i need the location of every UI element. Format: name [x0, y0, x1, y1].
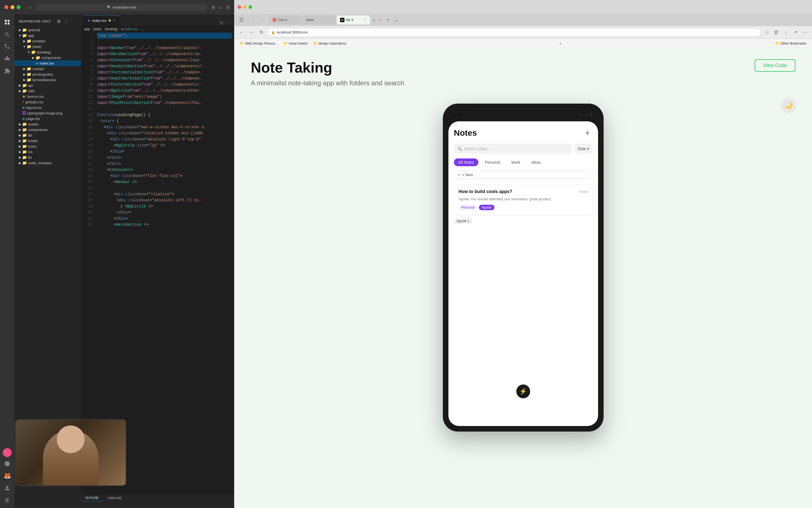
tab-close-icon[interactable]: × — [113, 18, 115, 23]
sidebar-item-globals-css[interactable]: ▶ # globals.css — [14, 99, 81, 105]
view-code-button[interactable]: View Code — [755, 59, 796, 72]
sidebar-item-i18n[interactable]: ▶ 📁 i18n — [14, 88, 81, 94]
trash-icon[interactable]: 🗑 — [2, 495, 13, 506]
settings-icon[interactable]: ⚙ — [226, 5, 230, 10]
sidebar-item-mobile[interactable]: ▶ 📁 (mobile) — [14, 38, 81, 44]
browser-forward-icon[interactable]: › — [258, 16, 266, 24]
search-icon[interactable] — [2, 29, 13, 40]
reader-view-icon[interactable] — [773, 29, 780, 36]
filter-tab-work[interactable]: Work — [507, 159, 525, 166]
sidebar-item-index-tsx[interactable]: ▶ ◈ index.tsx — [14, 60, 81, 66]
browser-back-icon[interactable]: ‹ — [249, 16, 257, 24]
bookmark-web-design[interactable]: 📁 Web Design Resour... — [238, 40, 280, 46]
breadcrumb-app[interactable]: app — [84, 27, 90, 31]
more-actions-icon[interactable]: ⋯ — [225, 20, 230, 25]
collapse-icon[interactable]: ⋮ — [63, 18, 69, 25]
new-tab-button[interactable]: + — [384, 16, 392, 24]
tab-close-button[interactable]: × — [364, 17, 367, 23]
browser-refresh-button[interactable]: ↻ — [257, 29, 265, 36]
browser-close-button[interactable] — [238, 5, 241, 9]
lightning-button[interactable]: ⚡ — [516, 384, 530, 398]
download-icon[interactable]: ↓ — [782, 29, 790, 36]
search-bar[interactable]: 🔍 nextnative-test — [36, 3, 207, 11]
sidebar-item-node-modules[interactable]: ▶ 📁 node_modules — [14, 160, 81, 166]
filter-tab-ideas[interactable]: Ideas — [527, 159, 545, 166]
sidebar-item-ios[interactable]: ▶ 📁 ios — [14, 149, 81, 155]
sidebar-item-tos[interactable]: ▶ 📁 termsofservice — [14, 77, 81, 83]
browser-maximize-button[interactable] — [249, 5, 252, 9]
sidebar-item-contact[interactable]: ▶ 📁 contact — [14, 66, 81, 72]
note-card-0[interactable]: How to build cools apps? Today #guide Yo… — [454, 184, 593, 215]
breadcrumb-file[interactable]: ◈ index.tsx — [121, 27, 138, 31]
browser-forward-button[interactable]: → — [247, 29, 255, 36]
bookmark-other[interactable]: 📁 Other Bookmarks — [773, 40, 809, 46]
sidebar-item-layout[interactable]: ▶ ◈ layout.tsx — [14, 105, 81, 110]
minimize-button[interactable] — [10, 5, 14, 9]
person-icon[interactable] — [2, 482, 13, 494]
browser-tab-con[interactable]: ▶ Con A... — [269, 15, 302, 25]
browser-tab-active[interactable]: N Ne X × — [337, 15, 370, 25]
chevron-right-icon[interactable]: › — [378, 17, 383, 23]
sidebar-item-app[interactable]: ▼ 📁 app — [14, 33, 81, 38]
tag-personal[interactable]: Personal — [459, 205, 477, 210]
bookmark-star-icon[interactable]: ☆ — [763, 29, 771, 36]
new-file-icon[interactable]: ⊞ — [56, 18, 62, 25]
git-icon[interactable] — [2, 458, 13, 469]
tab-timeline[interactable]: TIMELINE — [104, 495, 127, 501]
share-icon[interactable]: ↗ — [791, 29, 799, 36]
debug-icon[interactable] — [2, 53, 13, 64]
dark-mode-toggle[interactable]: 🌙 — [781, 98, 796, 112]
breadcrumb-landing[interactable]: (landing) — [105, 27, 118, 31]
maximize-button[interactable] — [16, 5, 21, 9]
layout-icon[interactable]: ▭ — [218, 5, 222, 10]
tab-index-tsx[interactable]: ◈ index.tsx × — [83, 15, 120, 25]
split-view-icon[interactable]: ⊡ — [219, 20, 223, 25]
tab-list-icon[interactable]: ⌄ — [393, 17, 401, 23]
breadcrumb-web[interactable]: (web) — [93, 27, 102, 31]
source-control-icon[interactable] — [2, 41, 13, 52]
filter-tab-personal[interactable]: Personal — [481, 159, 505, 166]
bookmark-design-inspirations[interactable]: 📁 design inspirations — [311, 40, 348, 46]
firefox-icon[interactable]: 🦊 — [2, 470, 13, 481]
sidebar-item-assets[interactable]: ▶ 📁 assets — [14, 121, 81, 127]
close-button[interactable] — [4, 5, 8, 9]
filter-tab-all-notes[interactable]: All Notes — [454, 159, 478, 166]
sidebar-item-icons[interactable]: ▶ 📁 icons — [14, 143, 81, 149]
figma-icon[interactable]: F — [3, 448, 12, 457]
tab-outline[interactable]: OUTLINE — [81, 495, 104, 501]
back-arrow[interactable]: ‹ — [27, 4, 29, 10]
folder-icon: 📁 — [22, 144, 27, 149]
sidebar-item-db[interactable]: ▶ 📁 db — [14, 132, 81, 138]
new-note-button[interactable]: + + New — [454, 171, 593, 179]
tag-guide[interactable]: #guide — [479, 205, 494, 210]
sort-dropdown[interactable]: Date ▾ — [574, 143, 593, 154]
sidebar-item-components2[interactable]: ▶ 📁 components — [14, 127, 81, 132]
sidebar-item-page[interactable]: ▶ ◈ page.tsx — [14, 116, 81, 121]
sidebar-item-android[interactable]: ▶ 📁 android — [14, 27, 81, 33]
sidebar-item-landing[interactable]: ▼ 📁 (landing) — [14, 49, 81, 55]
chevron-left-icon[interactable]: ‹ — [372, 17, 377, 23]
add-note-button[interactable]: + — [582, 128, 593, 138]
explorer-icon[interactable] — [2, 16, 13, 28]
split-editor-icon[interactable]: ⊞ — [211, 5, 215, 10]
sidebar-item-hooks[interactable]: ▶ 📁 hooks — [14, 138, 81, 143]
extensions-icon[interactable] — [2, 66, 13, 77]
browser-tab-three[interactable]: three — [303, 15, 336, 25]
sidebar-item-components[interactable]: ▶ 📁 components — [14, 55, 81, 60]
search-box[interactable]: 🔍 Search notes... — [454, 143, 572, 154]
browser-back-button[interactable]: ← — [238, 29, 245, 36]
address-bar[interactable]: 🔒 localhost:3000/com — [268, 28, 761, 37]
sidebar-item-privacy[interactable]: ▶ 📁 privacypolicy — [14, 72, 81, 77]
sidebar-toggle-icon[interactable]: ☰ — [236, 15, 246, 25]
more-menu-icon[interactable]: ⋯ — [801, 29, 809, 36]
forward-arrow[interactable]: › — [30, 4, 32, 10]
sidebar-item-favicon[interactable]: ▶ ★ favicon.ico — [14, 94, 81, 99]
sidebar-item-web[interactable]: ▼ 📁 (web) — [14, 44, 81, 49]
sidebar-item-api[interactable]: ▶ 📁 api — [14, 83, 81, 88]
bookmark-cheat-sheets[interactable]: 📁 cheat sheets — [281, 40, 310, 46]
browser-minimize-button[interactable] — [243, 5, 247, 9]
breadcrumb-more[interactable]: … — [141, 27, 144, 31]
sidebar-item-lib[interactable]: ▶ 📁 lib — [14, 155, 81, 160]
sidebar-item-opengraph[interactable]: ▶ 🖼 opengraph-image.png — [14, 110, 81, 116]
bookmarks-more-button[interactable]: » — [557, 41, 564, 46]
